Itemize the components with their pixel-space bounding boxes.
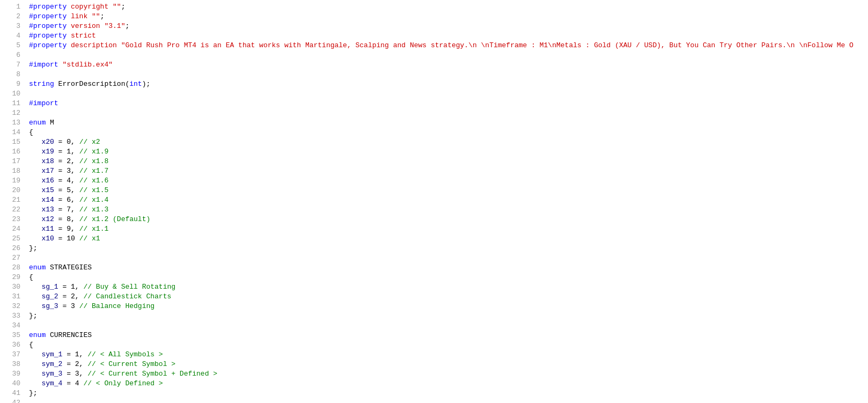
line-number: 19 (4, 176, 20, 186)
token: CURRENCIES (50, 331, 92, 339)
token: // Buy & Sell Rotating (83, 283, 175, 291)
line-number: 31 (4, 292, 20, 302)
code-line: 9string ErrorDescription(int); (0, 79, 868, 89)
token: { (29, 128, 33, 136)
line-number: 35 (4, 331, 20, 340)
code-line: 31 sg_2 = 2, // Candlestick Charts (0, 292, 868, 302)
line-number: 7 (4, 60, 20, 70)
token: = 1, (62, 283, 83, 291)
code-line: 11#import (0, 99, 868, 108)
token: sg_2 (29, 292, 62, 301)
code-line: 17 x18 = 2, // x1.8 (0, 157, 868, 166)
token: ; (125, 22, 129, 30)
line-number: 28 (4, 263, 20, 273)
token: version (71, 22, 104, 30)
line-content: }; (29, 244, 864, 253)
line-content: #property copyright ""; (29, 2, 864, 12)
line-number: 22 (4, 205, 20, 215)
token: enum (29, 119, 50, 127)
line-content: sym_1 = 1, // < All Symbols > (29, 350, 864, 360)
token: x11 (29, 225, 58, 233)
line-content (29, 108, 864, 118)
code-line: 27 (0, 253, 868, 263)
token: x19 (29, 148, 58, 156)
line-number: 9 (4, 79, 20, 89)
token: sym_4 (29, 379, 67, 387)
code-line: 18 x17 = 3, // x1.7 (0, 166, 868, 176)
token: // < Current Symbol > (87, 360, 175, 368)
code-line: 32 sg_3 = 3 // Balance Hedging (0, 302, 868, 311)
code-line: 28enum STRATEGIES (0, 263, 868, 273)
line-number: 15 (4, 137, 20, 147)
line-number: 38 (4, 360, 20, 369)
line-content (29, 398, 864, 403)
token: enum (29, 331, 50, 339)
token: = 3, (67, 370, 87, 378)
code-line: 33}; (0, 311, 868, 321)
code-line: 10 (0, 89, 868, 99)
line-content: #import (29, 99, 864, 108)
code-line: 22 x13 = 7, // x1.3 (0, 205, 868, 215)
line-content (29, 321, 864, 331)
code-line: 7#import "stdlib.ex4" (0, 60, 868, 70)
line-number: 41 (4, 389, 20, 398)
token: sym_2 (29, 360, 67, 368)
token: // x1 (79, 235, 100, 243)
code-line: 24 x11 = 9, // x1.1 (0, 224, 868, 234)
code-line: 15 x20 = 0, // x2 (0, 137, 868, 147)
token: sym_3 (29, 370, 67, 378)
token: string (29, 80, 58, 88)
line-content: x14 = 6, // x1.4 (29, 195, 864, 205)
line-content: x12 = 8, // x1.2 (Default) (29, 215, 864, 224)
token: = 2, (58, 157, 79, 165)
code-line: 29{ (0, 273, 868, 282)
code-line: 30 sg_1 = 1, // Buy & Sell Rotating (0, 282, 868, 292)
token: ErrorDescription (58, 80, 126, 88)
code-line: 1#property copyright ""; (0, 2, 868, 12)
token: sg_1 (29, 283, 62, 291)
line-content: enum M (29, 118, 864, 128)
token: // x1.2 (Default) (79, 215, 151, 223)
code-line: 34 (0, 321, 868, 331)
token: // < Only Defined > (83, 379, 163, 387)
token: description (71, 41, 121, 49)
code-line: 42 (0, 398, 868, 403)
line-content: #property description "Gold Rush Pro MT4… (29, 41, 864, 50)
line-number: 23 (4, 215, 20, 224)
line-content: sym_4 = 4 // < Only Defined > (29, 379, 864, 389)
line-content: enum CURRENCIES (29, 331, 864, 340)
line-number: 1 (4, 2, 20, 12)
token: enum (29, 263, 50, 272)
token: STRATEGIES (50, 263, 92, 272)
line-number: 37 (4, 350, 20, 360)
line-content: sg_1 = 1, // Buy & Sell Rotating (29, 282, 864, 292)
line-content: x18 = 2, // x1.8 (29, 157, 864, 166)
token: #property (29, 22, 71, 30)
token: // Candlestick Charts (83, 292, 171, 301)
line-content: #property version "3.1"; (29, 21, 864, 31)
line-number: 18 (4, 166, 20, 176)
line-number: 10 (4, 89, 20, 99)
token: ; (100, 12, 105, 20)
line-content: x19 = 1, // x1.9 (29, 147, 864, 157)
token: ); (142, 80, 151, 88)
line-content: sg_3 = 3 // Balance Hedging (29, 302, 864, 311)
line-number: 29 (4, 273, 20, 282)
token: link (71, 12, 92, 20)
code-editor[interactable]: 1#property copyright "";2#property link … (0, 0, 868, 403)
token: }; (29, 312, 38, 320)
token: ; (121, 3, 126, 11)
line-content: }; (29, 311, 864, 321)
token: sym_1 (29, 350, 67, 358)
token: // x1.8 (79, 157, 109, 165)
line-number: 6 (4, 50, 20, 60)
line-content (29, 50, 864, 60)
line-content (29, 70, 864, 79)
line-number: 14 (4, 128, 20, 137)
line-content: }; (29, 389, 864, 398)
line-number: 8 (4, 70, 20, 79)
token: "Gold Rush Pro MT4 is an EA that works w… (121, 41, 854, 49)
token: = 1, (58, 148, 79, 156)
code-line: 6 (0, 50, 868, 60)
token: x13 (29, 206, 58, 214)
